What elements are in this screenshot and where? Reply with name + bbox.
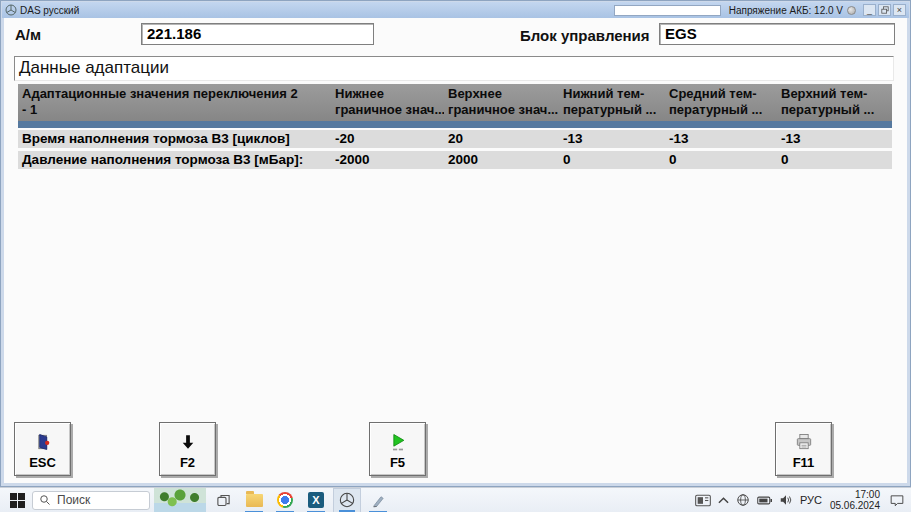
windows-logo-icon	[18, 493, 25, 500]
column-header-line1: Верхний тем-	[781, 86, 890, 102]
column-header-line2: пературный ...	[781, 102, 890, 118]
taskbar-tray: РУС 17:00 05.06.2024	[695, 489, 911, 511]
widgets-weather-thumbnail[interactable]	[154, 488, 206, 512]
selected-row-highlight[interactable]	[18, 121, 892, 130]
windows-logo-icon	[10, 493, 17, 500]
table-header-row: Адаптационные значения переключения 2 - …	[18, 84, 892, 121]
table-row[interactable]: Время наполнения тормоза В3 [циклов] -20…	[18, 130, 892, 148]
value-cell: -13	[559, 130, 665, 148]
column-header[interactable]: Нижнее граничное знач...	[331, 84, 444, 121]
exit-door-icon	[33, 431, 53, 453]
value-cell: 2000	[444, 151, 559, 169]
network-globe-icon[interactable]	[736, 493, 750, 507]
value-cell: -2000	[331, 151, 444, 169]
table-row[interactable]: Давление наполнения тормоза В3 [мБар]: -…	[18, 151, 892, 169]
printer-icon	[794, 431, 814, 453]
pen-icon	[371, 493, 386, 508]
ecu-field[interactable]: EGS	[659, 23, 895, 45]
clock[interactable]: 17:00 05.06.2024	[830, 489, 880, 511]
column-header[interactable]: Адаптационные значения переключения 2 - …	[18, 84, 331, 121]
vehicle-model-field[interactable]: 221.186	[141, 23, 374, 45]
down-arrow-icon	[179, 431, 197, 453]
excel-icon: X	[308, 492, 324, 508]
vehicle-label: А/м	[15, 26, 41, 43]
chrome-icon	[277, 492, 293, 508]
value-cell: -20	[331, 130, 444, 148]
mercedes-logo-icon	[5, 4, 17, 16]
window-title: DAS русский	[20, 5, 79, 16]
parameter-name-cell: Время наполнения тормоза В3 [циклов]	[18, 130, 331, 148]
search-icon	[39, 494, 51, 506]
restore-button[interactable]	[878, 4, 891, 16]
f5-button[interactable]: F5	[369, 422, 426, 476]
taskbar-search-input[interactable]: Поиск	[32, 491, 150, 510]
battery-voltage-label: Напряжение АКБ: 12.0 V	[729, 5, 843, 16]
task-view-button[interactable]	[209, 488, 237, 512]
xentry-pen-app-button[interactable]	[364, 488, 392, 512]
column-header-line1: Верхнее	[448, 86, 557, 102]
value-cell: 20	[444, 130, 559, 148]
chrome-button[interactable]	[271, 488, 299, 512]
column-header-line2: граничное знач...	[448, 102, 557, 118]
language-indicator[interactable]: РУС	[800, 494, 822, 506]
column-header-line1: Нижний тем-	[563, 86, 663, 102]
ecu-label: Блок управления	[520, 27, 650, 44]
column-header[interactable]: Верхнее граничное знач...	[444, 84, 559, 121]
task-view-icon	[216, 493, 231, 508]
tray-chevron-up-button[interactable]	[718, 496, 729, 504]
column-header-line1: Нижнее	[335, 86, 442, 102]
battery-icon[interactable]	[757, 496, 772, 505]
das-window: DAS русский Напряжение АКБ: 12.0 V _ × А…	[0, 0, 911, 487]
value-cell: 0	[665, 151, 777, 169]
f11-button[interactable]: F11	[775, 422, 832, 476]
excel-button[interactable]: X	[302, 488, 330, 512]
column-header-line2: пературный ...	[563, 102, 663, 118]
windows-start-button[interactable]	[10, 493, 25, 508]
column-header-line2: - 1	[22, 102, 329, 118]
adaptation-table: Адаптационные значения переключения 2 - …	[18, 84, 892, 172]
status-circle-icon	[847, 6, 856, 15]
close-button[interactable]: ×	[893, 4, 906, 16]
column-header[interactable]: Средний тем- пературный ...	[665, 84, 777, 121]
value-cell: -13	[777, 130, 892, 148]
column-header-line2: пературный ...	[669, 102, 775, 118]
windows-logo-icon	[10, 501, 17, 508]
folder-icon	[246, 494, 263, 507]
play-icon	[388, 431, 408, 453]
f2-button[interactable]: F2	[159, 422, 216, 476]
notification-center-button[interactable]	[890, 494, 904, 507]
f5-button-label: F5	[390, 455, 405, 470]
column-header-line2: граничное знач...	[335, 102, 442, 118]
news-widgets-button[interactable]	[695, 494, 711, 507]
value-cell: -13	[665, 130, 777, 148]
column-header-line1: Средний тем-	[669, 86, 775, 102]
window-titlebar[interactable]: DAS русский Напряжение АКБ: 12.0 V _ ×	[2, 2, 909, 18]
time-label: 17:00	[830, 489, 880, 500]
minimize-button[interactable]: _	[863, 4, 876, 16]
f11-button-label: F11	[793, 455, 815, 470]
volume-icon[interactable]	[779, 494, 793, 506]
restore-icon	[881, 6, 889, 14]
titlebar-status-box	[614, 5, 721, 16]
taskbar: Поиск X	[0, 487, 911, 512]
column-header[interactable]: Нижний тем- пературный ...	[559, 84, 665, 121]
parameter-name-cell: Давление наполнения тормоза В3 [мБар]:	[18, 151, 331, 169]
date-label: 05.06.2024	[830, 500, 880, 511]
column-header[interactable]: Верхний тем- пературный ...	[777, 84, 892, 121]
file-explorer-button[interactable]	[240, 488, 268, 512]
esc-button-label: ESC	[29, 455, 56, 470]
das-app-button[interactable]	[333, 488, 361, 512]
value-cell: 0	[777, 151, 892, 169]
screen: DAS русский Напряжение АКБ: 12.0 V _ × А…	[0, 0, 911, 512]
column-header-line1: Адаптационные значения переключения 2	[22, 86, 329, 102]
mercedes-star-icon	[339, 492, 355, 508]
value-cell: 0	[559, 151, 665, 169]
search-placeholder: Поиск	[57, 493, 90, 507]
windows-logo-icon	[18, 501, 25, 508]
page-title: Данные адаптации	[14, 56, 894, 81]
f2-button-label: F2	[180, 455, 195, 470]
esc-button[interactable]: ESC	[14, 422, 71, 476]
